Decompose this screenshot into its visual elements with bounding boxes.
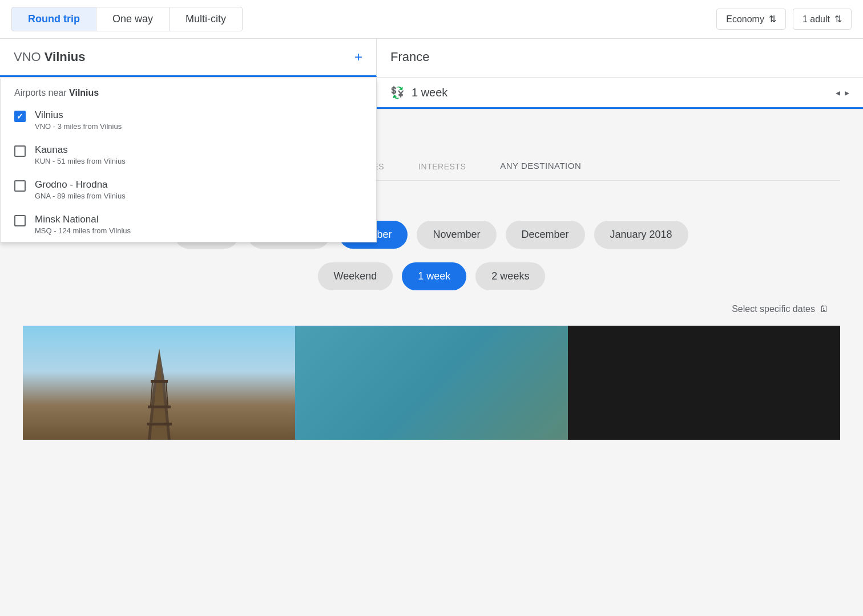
dark-image <box>568 326 840 440</box>
calendar-icon: 💱 <box>390 86 405 99</box>
add-origin-icon[interactable]: + <box>354 49 362 65</box>
interests-label-container: INTERESTS <box>401 153 483 180</box>
images-row <box>23 326 840 440</box>
minsk-detail: MSQ - 124 miles from Vilnius <box>35 226 131 235</box>
economy-arrow-icon: ⇅ <box>769 14 776 25</box>
vilnius-name: Vilnius <box>35 110 122 121</box>
interests-label: INTERESTS <box>418 162 466 171</box>
select-dates-text: Select specific dates <box>732 304 815 314</box>
svg-rect-3 <box>148 406 171 408</box>
duration-chip-2weeks[interactable]: 2 weeks <box>475 262 545 290</box>
date-row-right[interactable]: 💱 1 week ◂ ▸ <box>377 78 863 109</box>
vilnius-checkbox[interactable] <box>14 111 26 122</box>
airport-item-vilnius[interactable]: Vilnius VNO - 3 miles from Vilnius <box>1 103 376 137</box>
kaunas-name: Kaunas <box>35 144 126 156</box>
svg-rect-2 <box>151 380 168 383</box>
round-trip-button[interactable]: Round trip <box>11 7 96 31</box>
grodno-checkbox[interactable] <box>14 180 26 192</box>
origin-input-text: VNO Vilnius <box>14 50 86 64</box>
origin-code: VNO <box>14 50 41 64</box>
prev-arrow-icon[interactable]: ◂ <box>836 87 840 98</box>
adult-label: 1 adult <box>802 14 830 25</box>
minsk-info: Minsk National MSQ - 124 miles from Viln… <box>35 214 131 235</box>
vilnius-detail: VNO - 3 miles from Vilnius <box>35 122 122 131</box>
eiffel-tower-image <box>23 326 295 440</box>
trip-type-buttons: Round trip One way Multi-city <box>11 7 243 31</box>
eiffel-tower-svg <box>136 348 182 440</box>
top-bar: Round trip One way Multi-city Economy ⇅ … <box>0 0 863 39</box>
adult-select[interactable]: 1 adult ⇅ <box>793 9 852 30</box>
grodno-detail: GNA - 89 miles from Vilnius <box>35 192 126 200</box>
month-chip-january2018[interactable]: January 2018 <box>594 221 688 249</box>
kaunas-info: Kaunas KUN - 51 miles from Vilnius <box>35 144 126 165</box>
origin-city: Vilnius <box>45 50 86 64</box>
search-row: VNO Vilnius + France <box>0 39 863 78</box>
adult-arrow-icon: ⇅ <box>834 14 842 25</box>
destination-input-container[interactable]: France <box>377 39 863 77</box>
airports-near-city: Vilnius <box>69 88 99 98</box>
airport-item-grodno[interactable]: Grodno - Hrodna GNA - 89 miles from Viln… <box>1 172 376 207</box>
next-arrow-icon[interactable]: ▸ <box>845 87 849 98</box>
right-controls: Economy ⇅ 1 adult ⇅ <box>716 9 852 30</box>
duration-chip-weekend[interactable]: Weekend <box>318 262 393 290</box>
grodno-info: Grodno - Hrodna GNA - 89 miles from Viln… <box>35 179 126 200</box>
month-chip-december[interactable]: December <box>506 221 585 249</box>
kaunas-checkbox[interactable] <box>14 145 26 157</box>
coastal-image <box>295 326 567 440</box>
duration-chip-1week[interactable]: 1 week <box>402 262 466 290</box>
economy-select[interactable]: Economy ⇅ <box>716 9 786 30</box>
search-area: VNO Vilnius + France 💱 1 week ◂ ▸ Airpor… <box>0 39 863 110</box>
airport-dropdown: Airports near Vilnius Vilnius VNO - 3 mi… <box>0 79 377 242</box>
minsk-checkbox[interactable] <box>14 215 26 226</box>
airport-item-minsk[interactable]: Minsk National MSQ - 124 miles from Viln… <box>1 207 376 242</box>
economy-label: Economy <box>726 14 764 25</box>
origin-input-container[interactable]: VNO Vilnius + <box>0 39 377 77</box>
one-way-button[interactable]: One way <box>96 7 169 31</box>
minsk-name: Minsk National <box>35 214 131 225</box>
svg-rect-4 <box>147 423 172 425</box>
grodno-name: Grodno - Hrodna <box>35 179 126 191</box>
select-dates-row: Select specific dates 🗓 <box>23 304 840 314</box>
airport-item-kaunas[interactable]: Kaunas KUN - 51 miles from Vilnius <box>1 137 376 172</box>
destination-text: France <box>390 50 429 64</box>
calendar-small-icon[interactable]: 🗓 <box>820 304 829 314</box>
duration-chips: Weekend 1 week 2 weeks <box>23 262 840 290</box>
multi-city-button[interactable]: Multi-city <box>169 7 243 31</box>
date-nav: ◂ ▸ <box>836 87 849 98</box>
kaunas-detail: KUN - 51 miles from Vilnius <box>35 157 126 165</box>
vilnius-info: Vilnius VNO - 3 miles from Vilnius <box>35 110 122 131</box>
month-chip-november[interactable]: November <box>417 221 496 249</box>
tab-any-destination[interactable]: Any destination <box>483 153 598 180</box>
airports-near-label: Airports near Vilnius <box>1 79 376 103</box>
duration-text: 1 week <box>412 86 829 99</box>
tab-any-label: Any destination <box>500 161 581 171</box>
